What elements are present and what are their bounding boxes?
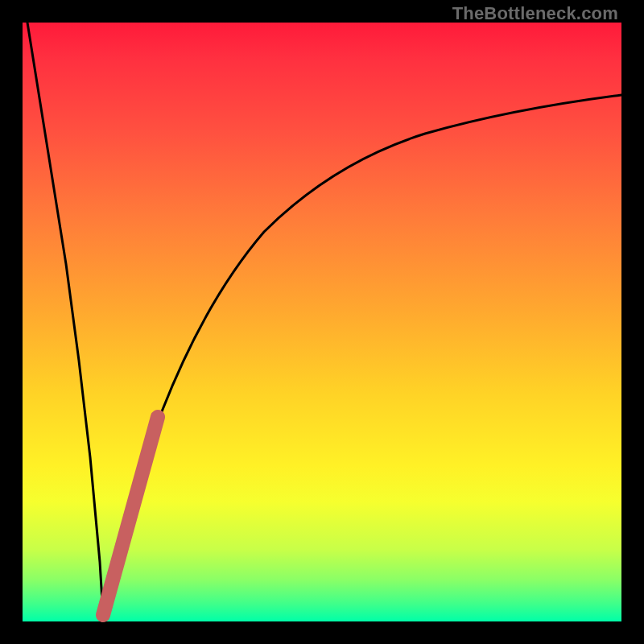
chart-plot-area bbox=[23, 23, 621, 621]
chart-svg bbox=[23, 23, 621, 621]
outer-frame: TheBottleneck.com bbox=[0, 0, 644, 644]
highlight-marker bbox=[103, 417, 158, 615]
attribution-watermark: TheBottleneck.com bbox=[452, 3, 618, 24]
bottleneck-curve-path bbox=[27, 23, 621, 615]
